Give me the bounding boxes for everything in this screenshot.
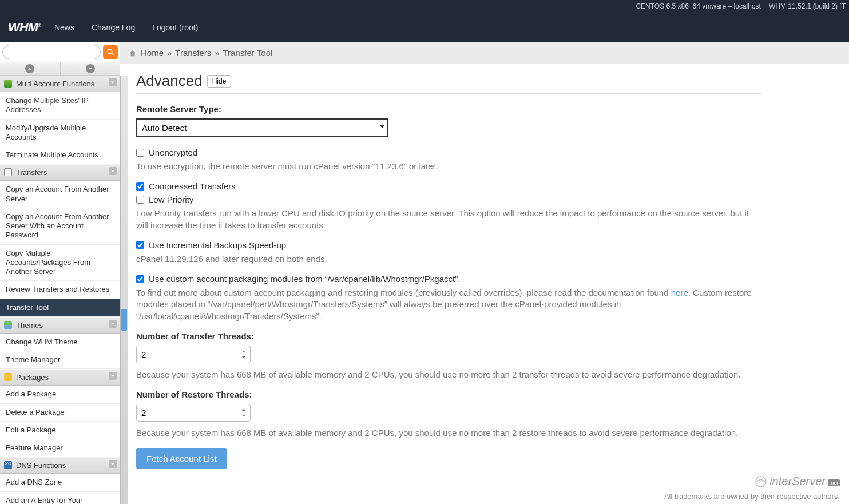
sidebar-item[interactable]: Review Transfers and Restores <box>0 281 120 299</box>
chevron-down-icon <box>241 356 246 359</box>
sidebar-item[interactable]: Add a DNS Zone <box>0 474 120 491</box>
topbar: CENTOS 6.5 x86_64 vmware – localhost WHM… <box>0 0 849 13</box>
lowpriority-label: Low Priority <box>149 195 193 204</box>
multi-account-icon <box>4 80 12 88</box>
remote-server-type-label: Remote Server Type: <box>136 104 761 114</box>
unencrypted-help: To use encryption, the remote server mus… <box>136 161 761 172</box>
sidebar-item[interactable]: Change WHM Theme <box>0 334 120 351</box>
sidebar-item[interactable]: Edit a Package <box>0 422 120 439</box>
incremental-help: cPanel 11.29.126 and later required on b… <box>136 253 761 265</box>
nav-collapse-up[interactable] <box>0 62 61 75</box>
nav-controls <box>0 62 120 76</box>
compressed-label: Compressed Transfers <box>149 181 236 191</box>
svg-point-0 <box>108 49 112 54</box>
sidebar-item[interactable]: Terminate Multiple Accounts <box>0 146 120 164</box>
breadcrumb-current: Transfer Tool <box>223 48 273 58</box>
brand-icon <box>755 475 767 488</box>
stepper-up[interactable] <box>239 349 248 354</box>
breadcrumb-sep: » <box>167 48 172 58</box>
search-row <box>0 42 120 62</box>
sidebar-group-label: Themes <box>16 321 43 330</box>
sidebar-item[interactable]: Theme Manager <box>0 351 120 369</box>
custom-modules-checkbox[interactable] <box>136 275 144 283</box>
os-info: CENTOS 6.5 x86_64 vmware – localhost <box>636 2 761 10</box>
sidebar-group-label: DNS Functions <box>16 461 66 470</box>
sidebar-item[interactable]: Modify/Upgrade Multiple Accounts <box>0 120 120 147</box>
lowpriority-help: Low Priority transfers run with a lower … <box>136 208 761 231</box>
whm-version: WHM 11.52.1 (build 2) [T <box>769 2 846 10</box>
breadcrumb-home[interactable]: Home <box>141 48 164 58</box>
hide-button[interactable]: Hide <box>207 75 232 88</box>
chevron-down-icon <box>241 414 246 417</box>
docs-here-link[interactable]: here <box>671 288 688 297</box>
stepper-down[interactable] <box>239 355 248 359</box>
restore-threads-input[interactable] <box>136 404 251 422</box>
nav-logout[interactable]: Logout (root) <box>152 23 198 32</box>
sidebar-item[interactable]: Copy an Account From Another Server <box>0 181 120 208</box>
breadcrumb: Home » Transfers » Transfer Tool <box>120 42 849 64</box>
sidebar-group-label: Transfers <box>16 168 47 177</box>
restore-threads-help: Because your system has 668 MB of availa… <box>136 427 761 439</box>
lowpriority-checkbox[interactable] <box>136 196 144 204</box>
unencrypted-label: Unencrypted <box>149 148 197 157</box>
collapse-icon <box>109 460 117 468</box>
stepper-up[interactable] <box>239 408 248 412</box>
restore-threads-label: Number of Restore Threads: <box>136 390 761 399</box>
sidebar: Multi Account Functions Change Multiple … <box>0 76 120 504</box>
header: WHM® News Change Log Logout (root) <box>0 13 849 42</box>
collapse-icon <box>109 167 117 175</box>
home-icon <box>128 49 137 57</box>
section-title: Advanced <box>136 72 203 90</box>
remote-server-type-select[interactable]: Auto Detect <box>136 118 388 137</box>
search-input[interactable] <box>2 45 101 59</box>
sidebar-item[interactable]: Change Multiple Sites' IP Addresses <box>0 92 120 120</box>
fetch-account-list-button[interactable]: Fetch Account List <box>136 448 227 469</box>
transfer-threads-help: Because your system has 668 MB of availa… <box>136 369 761 380</box>
footer-brand: interServer.net <box>755 475 840 488</box>
sidebar-item[interactable]: Copy Multiple Accounts/Packages From Ano… <box>0 245 120 281</box>
footer-trademark: All trademarks are owned by their respec… <box>664 492 840 501</box>
sidebar-group-label: Packages <box>16 373 49 382</box>
chevron-up-icon <box>241 408 246 411</box>
custom-modules-help: To find out more about custom account pa… <box>136 287 761 322</box>
breadcrumb-sep: » <box>215 48 219 58</box>
incremental-checkbox[interactable] <box>136 241 144 249</box>
sidebar-item-transfer-tool[interactable]: Transfer Tool <box>0 299 120 317</box>
sidebar-scrollbar[interactable] <box>120 76 128 504</box>
scrollbar-thumb[interactable] <box>121 309 127 331</box>
sidebar-group-label: Multi Account Functions <box>16 80 94 88</box>
svg-line-1 <box>112 53 114 55</box>
transfer-threads-input[interactable] <box>136 346 251 363</box>
custom-modules-label: Use custom account packaging modules fro… <box>149 274 460 284</box>
chevron-down-icon <box>88 66 93 71</box>
unencrypted-checkbox[interactable] <box>136 149 144 157</box>
nav-collapse-down[interactable] <box>61 62 121 75</box>
incremental-label: Use Incremental Backups Speed-up <box>149 240 286 250</box>
sidebar-group-themes[interactable]: Themes <box>0 317 120 334</box>
search-button[interactable] <box>103 45 118 59</box>
sidebar-item[interactable]: Delete a Package <box>0 404 120 422</box>
themes-icon <box>4 321 12 329</box>
nav-changelog[interactable]: Change Log <box>92 23 135 32</box>
sidebar-item[interactable]: Feature Manager <box>0 439 120 457</box>
breadcrumb-transfers[interactable]: Transfers <box>175 48 211 58</box>
stepper-down[interactable] <box>239 414 248 418</box>
sidebar-item[interactable]: Add a Package <box>0 386 120 403</box>
collapse-icon <box>109 320 117 328</box>
sidebar-group-dns[interactable]: DNS DNS Functions <box>0 457 120 474</box>
sidebar-item[interactable]: Add an A Entry for Your <box>0 492 120 505</box>
transfers-icon <box>4 168 12 176</box>
chevron-up-icon <box>27 66 32 71</box>
nav-news[interactable]: News <box>54 23 74 32</box>
sidebar-item[interactable]: Copy an Account From Another Server With… <box>0 208 120 245</box>
sidebar-group-packages[interactable]: Packages <box>0 369 120 386</box>
sidebar-group-multi[interactable]: Multi Account Functions <box>0 76 120 92</box>
collapse-icon <box>109 372 117 380</box>
sidebar-group-transfers[interactable]: Transfers <box>0 164 120 181</box>
collapse-icon <box>109 78 117 86</box>
whm-logo: WHM® <box>8 20 41 35</box>
transfer-threads-label: Number of Transfer Threads: <box>136 331 761 341</box>
packages-icon <box>4 373 12 381</box>
chevron-up-icon <box>241 350 246 353</box>
compressed-checkbox[interactable] <box>136 182 144 191</box>
